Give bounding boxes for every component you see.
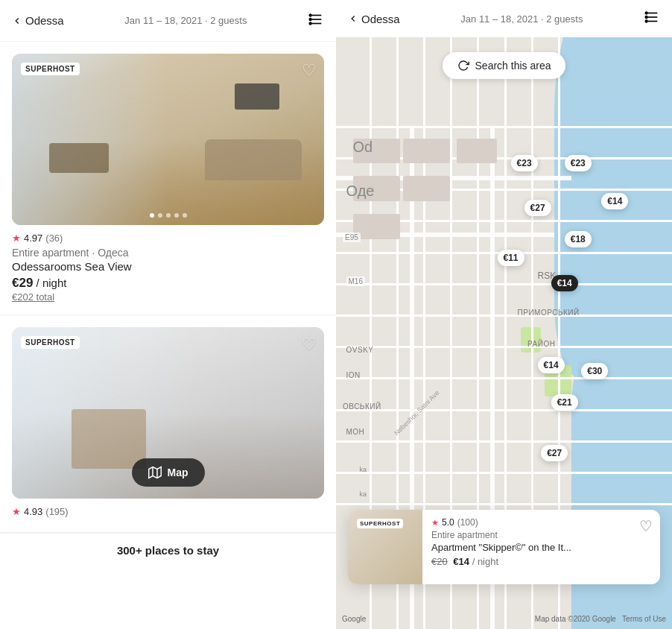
map-back-label: Odessa xyxy=(361,13,400,25)
map-popup-rating: ★ 5.0 (100) xyxy=(431,517,651,528)
svg-point-1 xyxy=(309,18,311,20)
price-label-1: / night xyxy=(37,276,67,289)
listing-info-1: ★ 4.97 (36) Entire apartment · Одеса Ode… xyxy=(12,225,324,303)
svg-point-11 xyxy=(645,20,647,22)
price-pin-14a[interactable]: €14 xyxy=(601,193,628,209)
listing-price-1: €29 / night xyxy=(12,276,324,291)
map-overlay-label: Map xyxy=(168,467,188,478)
svg-point-9 xyxy=(645,12,647,14)
superhost-badge-2: SUPERHOST xyxy=(21,336,80,349)
map-popup-wishlist-button[interactable]: ♡ xyxy=(639,517,653,535)
rating-row-1: ★ 4.97 (36) xyxy=(12,233,324,244)
map-filter-button[interactable] xyxy=(644,9,660,28)
back-arrow-icon xyxy=(12,16,22,26)
map-popup-price: €20 €14 / night xyxy=(431,556,651,567)
dot-1 xyxy=(150,213,154,218)
price-pin-18[interactable]: €18 xyxy=(565,231,592,247)
filter-icon xyxy=(308,11,324,28)
map-label-rayon: РАЙОН xyxy=(527,340,555,348)
filter-button[interactable] xyxy=(308,11,324,31)
svg-point-10 xyxy=(645,16,647,19)
carousel-dots-1 xyxy=(150,213,187,218)
map-label-m16: M16 xyxy=(346,276,365,286)
listing-type-1: Entire apartment · Одеса xyxy=(12,247,324,259)
map-popup-type: Entire apartment xyxy=(431,530,651,540)
price-pin-27b[interactable]: €27 xyxy=(541,445,568,461)
map-header-meta: Jan 11 – 18, 2021 · 2 guests xyxy=(400,13,644,25)
listing-image-2[interactable]: SUPERHOST ♡ Map xyxy=(12,327,324,499)
listing-card-1: SUPERHOST ♡ ★ 4.97 (36) Entire apartment… xyxy=(0,42,336,315)
reload-icon xyxy=(457,60,469,72)
map-data-label: Map data ©2020 Google Terms of Use xyxy=(535,615,666,623)
map-label-primorskiy: ПРИМОРСЬКИЙ xyxy=(518,309,580,317)
rating-row-2: ★ 4.93 (195) xyxy=(12,506,324,517)
map-popup-image[interactable]: SUPERHOST xyxy=(348,510,422,584)
price-pin-27a[interactable]: €27 xyxy=(524,200,551,216)
dot-3 xyxy=(166,213,171,218)
listing-image-1[interactable]: SUPERHOST ♡ xyxy=(12,54,324,225)
wishlist-button-2[interactable]: ♡ xyxy=(302,335,317,354)
map-popup-rating-value: 5.0 xyxy=(442,517,454,528)
map-overlay-button[interactable]: Map xyxy=(132,458,205,487)
map-label-ka: ka xyxy=(360,466,367,473)
left-panel: Odessa Jan 11 – 18, 2021 · 2 guests xyxy=(0,0,336,629)
left-header: Odessa Jan 11 – 18, 2021 · 2 guests xyxy=(0,0,336,42)
back-button[interactable]: Odessa xyxy=(12,14,64,27)
rating-count-2: (195) xyxy=(45,506,68,517)
svg-marker-6 xyxy=(148,467,161,478)
map-label-ave: Nebeshoi, Satni Ave xyxy=(393,388,440,436)
price-pin-14-active[interactable]: €14 xyxy=(551,275,578,291)
search-area-label: Search this area xyxy=(475,60,551,72)
map-label-ovskiy: ОВСЬКИЙ xyxy=(343,402,381,411)
map-popup-review-count: (100) xyxy=(457,517,478,528)
bottom-bar: 300+ places to stay xyxy=(0,533,336,567)
map-city-label-od: Od xyxy=(353,139,373,156)
map-back-arrow-icon xyxy=(348,13,358,24)
price-pin-23b[interactable]: €23 xyxy=(565,155,592,171)
dot-4 xyxy=(174,213,179,218)
star-icon-1: ★ xyxy=(12,233,21,244)
map-label-mon: МОН xyxy=(346,428,365,436)
map-popup-superhost: SUPERHOST xyxy=(357,519,403,528)
map-label-ovsky: OVSKY xyxy=(346,346,374,354)
superhost-badge-1: SUPERHOST xyxy=(21,63,80,75)
wishlist-button-1[interactable]: ♡ xyxy=(302,61,317,80)
price-pin-23a[interactable]: €23 xyxy=(511,155,538,171)
header-meta: Jan 11 – 18, 2021 · 2 guests xyxy=(64,15,308,26)
map-back-button[interactable]: Odessa xyxy=(348,13,400,25)
map-popup-card: SUPERHOST ★ 5.0 (100) Entire apartment A… xyxy=(348,510,660,584)
svg-point-0 xyxy=(309,14,311,16)
map-popup-info: ★ 5.0 (100) Entire apartment Apartment "… xyxy=(422,510,660,584)
map-city-label-ode: Оде xyxy=(346,183,375,200)
rating-count-1: (36) xyxy=(45,233,63,244)
map-label-ka2: ka xyxy=(360,490,367,498)
app-container: Odessa Jan 11 – 18, 2021 · 2 guests xyxy=(0,0,672,629)
star-icon-2: ★ xyxy=(12,506,21,517)
price-pin-11[interactable]: €11 xyxy=(498,250,524,266)
rating-value-2: 4.93 xyxy=(24,506,42,517)
map-label-e95: E95 xyxy=(343,233,361,242)
price-amount-1: €29 xyxy=(12,276,33,290)
svg-point-2 xyxy=(309,22,311,25)
right-panel: Od Оде RSK ПРИМОРСЬКИЙ РАЙОН OVSKY ION О… xyxy=(336,0,672,629)
search-area-button[interactable]: Search this area xyxy=(443,52,566,79)
dot-2 xyxy=(158,213,162,218)
listing-name-1: Odessarooms Sea View xyxy=(12,260,324,273)
listing-card-2: SUPERHOST ♡ Map ★ 4.93 (195) xyxy=(0,315,336,533)
map-overlay-icon xyxy=(148,466,162,479)
price-pin-21[interactable]: €21 xyxy=(551,394,578,411)
price-pin-30[interactable]: €30 xyxy=(581,363,608,379)
rating-value-1: 4.97 xyxy=(24,233,42,244)
back-label: Odessa xyxy=(25,14,64,27)
google-label: Google xyxy=(342,615,366,623)
price-pin-14b[interactable]: €14 xyxy=(538,357,565,373)
map-header: Odessa Jan 11 – 18, 2021 · 2 guests xyxy=(336,0,672,37)
listing-info-2: ★ 4.93 (195) xyxy=(12,499,324,517)
map-popup-discounted-price: €14 xyxy=(453,556,469,567)
map-filter-icon xyxy=(644,9,660,25)
dot-5 xyxy=(183,213,187,218)
map-attribution: Google Map data ©2020 Google Terms of Us… xyxy=(336,615,672,623)
map-label-ion: ION xyxy=(346,371,361,379)
listing-total-1: €202 total xyxy=(12,291,324,303)
map-popup-name: Apartment "Skipper©" on the It... xyxy=(431,542,651,553)
